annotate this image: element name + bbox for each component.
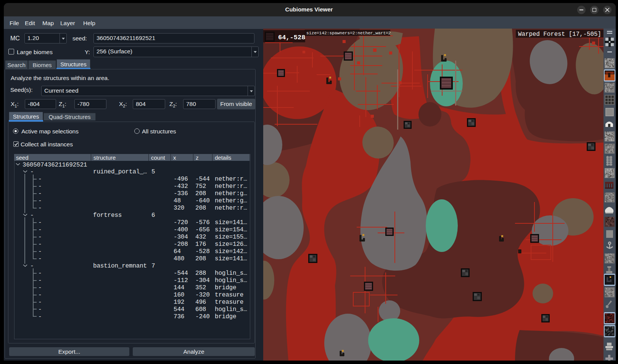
svg-text:Warped Forest [17,-505]: Warped Forest [17,-505] <box>518 31 601 38</box>
svg-text:64,-528: 64,-528 <box>278 34 305 41</box>
svg-text:size=142:spawners=2:nether_war: size=142:spawners=2:nether_wart=2 <box>306 31 391 35</box>
